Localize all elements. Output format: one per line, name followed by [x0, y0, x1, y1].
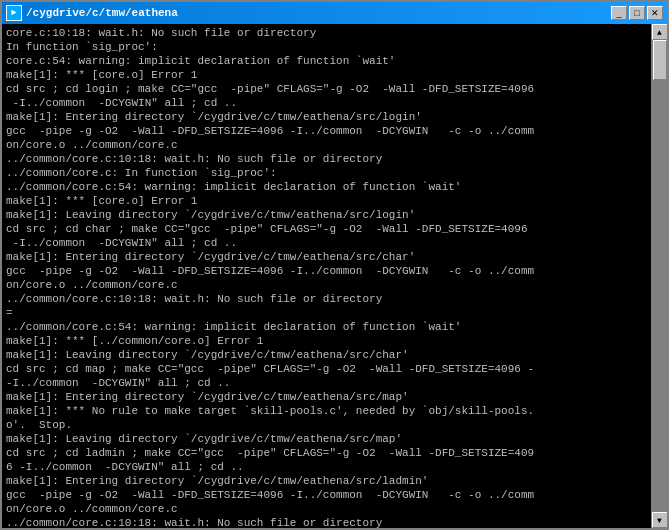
- scrollbar[interactable]: ▲ ▼: [651, 24, 667, 528]
- scroll-thumb[interactable]: [653, 40, 667, 80]
- title-bar-buttons: _ □ ✕: [611, 6, 663, 20]
- terminal-window: ► /cygdrive/c/tmw/eathena _ □ ✕ core.c:1…: [0, 0, 669, 530]
- title-bar: ► /cygdrive/c/tmw/eathena _ □ ✕: [2, 2, 667, 24]
- scroll-down-button[interactable]: ▼: [652, 512, 668, 528]
- scroll-up-button[interactable]: ▲: [652, 24, 668, 40]
- title-bar-text: /cygdrive/c/tmw/eathena: [26, 7, 607, 19]
- maximize-button[interactable]: □: [629, 6, 645, 20]
- scroll-track[interactable]: [652, 40, 667, 512]
- terminal-output[interactable]: core.c:10:18: wait.h: No such file or di…: [2, 24, 651, 528]
- terminal-container: core.c:10:18: wait.h: No such file or di…: [2, 24, 667, 528]
- minimize-button[interactable]: _: [611, 6, 627, 20]
- close-button[interactable]: ✕: [647, 6, 663, 20]
- window-icon: ►: [6, 5, 22, 21]
